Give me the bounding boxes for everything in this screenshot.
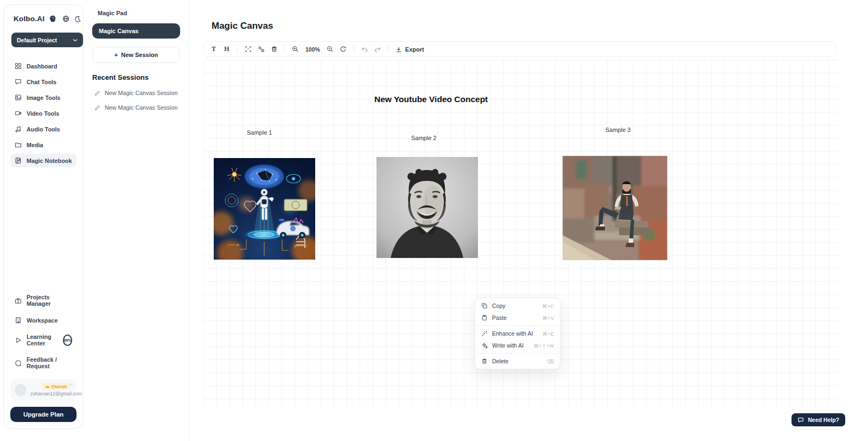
sidebar-item-chat-tools[interactable]: Chat Tools <box>10 75 76 89</box>
sidebar-item-projects-manager[interactable]: Projects Manager <box>10 291 76 310</box>
upgrade-plan-button[interactable]: Upgrade Plan <box>10 407 76 422</box>
sidebar-item-audio-tools[interactable]: Audio Tools <box>10 122 76 136</box>
main-area: Magic Canvas T H 100% <box>189 0 868 441</box>
sidebar-item-workspace[interactable]: Workspace <box>10 313 76 327</box>
sidebar-item-label: Video Tools <box>27 110 59 117</box>
help-chat-icon <box>797 417 804 423</box>
context-menu-item-write-with-ai[interactable]: Write with AI ⌘+⇧+W <box>475 339 560 351</box>
sidebar-item-feedback-request[interactable]: Feedback / Request <box>10 353 76 373</box>
undo-icon <box>361 46 368 53</box>
undo-button[interactable] <box>358 43 371 55</box>
sidebar-item-dashboard[interactable]: Dashboard <box>10 59 76 73</box>
brand-logo-text: Kolbo.AI <box>14 15 44 23</box>
heading-tool-button[interactable]: H <box>220 43 233 55</box>
zoom-in-button[interactable] <box>289 43 302 55</box>
canvas-text-heading[interactable]: New Youtube Video Concept <box>374 94 488 104</box>
context-menu-divider <box>475 325 560 326</box>
globe-icon[interactable] <box>62 15 69 22</box>
context-menu-label: Paste <box>492 314 507 321</box>
wand-icon <box>481 330 488 337</box>
context-menu-item-paste[interactable]: Paste ⌘+V <box>475 312 560 324</box>
sidebar-item-label: Magic Notebook <box>27 158 72 164</box>
context-menu-shortcut: ⌘+E <box>542 331 554 337</box>
recent-sessions-heading: Recent Sessions <box>92 73 180 81</box>
zoom-level-value: 100% <box>305 46 320 53</box>
zoom-in-icon <box>292 46 299 53</box>
media-icon <box>15 141 22 148</box>
context-menu-divider <box>475 353 560 354</box>
delete-tool-button[interactable] <box>267 43 280 55</box>
recent-session-item[interactable]: New Magic Canvas Session <box>92 90 180 96</box>
magic-canvas-item-active[interactable]: Magic Canvas <box>92 23 180 39</box>
sidebar-item-label: Learning Center <box>27 333 58 346</box>
user-account-card[interactable]: Owner zoharvan12@gmail.com <box>10 379 76 400</box>
owner-role-label: Owner <box>52 383 68 389</box>
sidebar-item-image-tools[interactable]: Image Tools <box>10 91 76 104</box>
toolbar-divider <box>388 45 388 53</box>
canvas-text-sample-2[interactable]: Sample 2 <box>411 135 436 141</box>
sidebar-item-label: Workspace <box>27 317 58 324</box>
zoom-out-button[interactable] <box>324 43 337 55</box>
canvas-image-sample-3[interactable] <box>563 156 667 260</box>
ai-select-tool-button[interactable] <box>241 43 254 55</box>
export-label: Export <box>405 46 424 53</box>
sidebar-item-learning-center[interactable]: Learning Center 66% <box>10 330 76 350</box>
project-selector[interactable]: Default Project <box>11 33 83 47</box>
canvas-text-sample-1[interactable]: Sample 1 <box>247 129 272 136</box>
sidebar-item-video-tools[interactable]: Video Tools <box>10 106 76 120</box>
context-menu-label: Enhance with AI <box>492 330 533 337</box>
recent-session-item[interactable]: New Magic Canvas Session <box>92 104 180 111</box>
reset-view-button[interactable] <box>337 43 350 55</box>
recent-session-label: New Magic Canvas Session <box>105 90 177 96</box>
export-button[interactable]: Export <box>392 46 427 53</box>
context-menu: Copy ⌘+C Paste ⌘+V Enhance with AI ⌘+E W… <box>475 298 560 369</box>
canvas-image-sample-1[interactable] <box>214 158 315 260</box>
context-menu-item-copy[interactable]: Copy ⌘+C <box>475 300 560 312</box>
canvas-image-sample-2[interactable] <box>376 157 478 258</box>
brand-row: Kolbo.AI <box>10 12 76 23</box>
collapse-chevron-icon <box>69 383 73 386</box>
sidebar-item-magic-notebook[interactable]: Magic Notebook <box>10 154 76 167</box>
new-session-label: New Session <box>121 52 158 58</box>
context-menu-label: Copy <box>492 303 506 309</box>
context-menu-item-enhance-with-ai[interactable]: Enhance with AI ⌘+E <box>475 327 560 339</box>
man-on-ruins-illustration <box>563 156 667 260</box>
context-menu-label: Write with AI <box>492 342 524 349</box>
sidebar-item-label: Audio Tools <box>27 126 60 133</box>
pencil-icon <box>94 90 100 96</box>
session-panel: Magic Pad Magic Canvas + New Session Rec… <box>84 0 189 441</box>
context-menu-shortcut: ⌘+⇧+W <box>533 343 554 349</box>
canvas-text-sample-3[interactable]: Sample 3 <box>605 127 630 133</box>
paste-icon <box>481 314 488 321</box>
magic-pad-item[interactable]: Magic Pad <box>92 8 180 18</box>
zoom-out-icon <box>327 46 334 53</box>
portrait-illustration <box>376 157 478 258</box>
text-tool-button[interactable]: T <box>207 43 220 55</box>
sparkle-pen-icon <box>481 342 488 349</box>
context-menu-shortcut: ⌫ <box>547 358 554 364</box>
redo-button[interactable] <box>371 43 384 55</box>
sidebar-item-media[interactable]: Media <box>10 138 76 152</box>
trash-icon <box>481 358 488 364</box>
plus-icon: + <box>114 52 118 58</box>
sidebar-item-label: Feedback / Request <box>27 356 72 369</box>
magic-canvas-grid[interactable]: New Youtube Video Concept Sample 1 Sampl… <box>203 60 838 406</box>
audio-icon <box>15 125 22 133</box>
sidebar-item-label: Media <box>27 142 43 148</box>
dashboard-icon <box>15 62 22 70</box>
ai-head-logo-icon <box>49 15 57 23</box>
context-menu-label: Delete <box>492 358 508 364</box>
new-session-button[interactable]: + New Session <box>92 47 180 63</box>
context-menu-item-delete[interactable]: Delete ⌫ <box>475 355 560 367</box>
connector-icon <box>258 46 265 53</box>
connector-tool-button[interactable] <box>254 43 267 55</box>
briefcase-icon <box>15 297 22 304</box>
need-help-button[interactable]: Need Help? <box>792 413 845 426</box>
pencil-icon <box>94 105 100 111</box>
download-icon <box>395 46 402 53</box>
dark-mode-moon-icon[interactable] <box>74 16 81 22</box>
sidebar-item-label: Image Tools <box>27 94 60 101</box>
video-icon <box>15 110 22 117</box>
context-menu-shortcut: ⌘+V <box>542 315 554 321</box>
page-title: Magic Canvas <box>212 21 273 32</box>
